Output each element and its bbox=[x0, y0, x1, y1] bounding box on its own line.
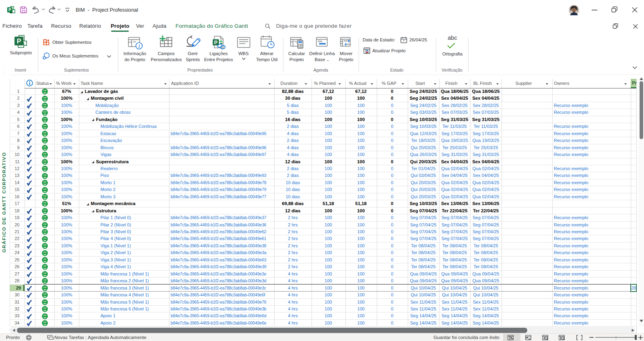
svg-text:P: P bbox=[214, 40, 217, 45]
svg-text:P: P bbox=[8, 7, 11, 12]
svg-text:P: P bbox=[17, 38, 21, 45]
